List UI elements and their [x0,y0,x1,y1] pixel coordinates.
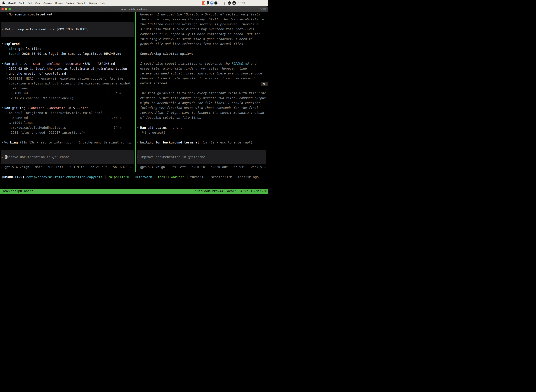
terminal-line: might be acceptable alongside the file l… [140,100,260,105]
pane-border-bottom-left [0,172,136,172]
terminal-line: • [1,42,3,46]
terminal-line: › [1,27,3,32]
prompt-input-left: Improve documentation in @filename [5,154,69,159]
menu-item-session[interactable]: Session [42,2,54,5]
terminal-line: Ralph loop active continue [OMX_TMUX_INJ… [5,27,89,32]
section-icon[interactable]: § [223,1,226,5]
pane-divider[interactable] [135,12,136,172]
pane-border-bottom-right [136,172,268,172]
terminal-line: … +2 lines [9,86,28,91]
terminal-line: slight risk that future readers may over… [140,27,254,32]
terminal-line: provide file and line references from th… [140,42,245,46]
menu-item-iterm2[interactable]: iTerm2 [6,2,17,5]
terminal-line: • [1,140,3,145]
tmux-session-label: [omx-cczip0:bash* [1,189,34,193]
menu-items: iTerm2ShellEditViewSessionScriptsProfile… [6,2,107,5]
terminal-line: I could cite commit statistics or refere… [140,61,256,66]
terminal-line: └ [6,76,8,81]
shield-icon[interactable] [206,1,210,5]
terminal-line: 067f154 (HEAD -> essay/ai-reimplementati… [9,76,123,81]
terminal-line: Search 2026-03-09-is-legal-the-same-as-l… [9,51,121,56]
terminal-line: Ran git status --short [140,125,182,130]
terminal-line: (no output) [144,130,165,135]
menu-item-window[interactable]: Window [87,2,99,5]
menu-item-help[interactable]: Help [99,2,107,5]
menu-item-profiles[interactable]: Profiles [64,2,76,5]
terminal-line: review. Also, I might want to inspect th… [140,110,264,115]
terminal-line: companion file, especially if more comme… [140,32,260,37]
screen-tooltip-label: Scre [263,83,268,85]
input-source-icon[interactable]: A [232,1,236,5]
terminal-line: [OMX#0.11.9] cczip/essay/ai-reimplementa… [1,175,259,179]
terminal-line: Working (11m 13s • esc to interrupt) · 1… [5,140,132,145]
menu-item-view[interactable]: View [34,2,42,5]
pie-chart-icon[interactable] [214,1,218,5]
terminal-line: 2 files changed, 92 insertions(+) [9,96,73,101]
terminal-line: • [1,106,3,111]
tmux-status-bar: [omx-cczip0:bash* "MacBook-Pro-44.local"… [0,189,268,194]
terminal-line: However, I noticed the "Directory Struct… [140,12,260,17]
prompt-input-right: Improve documentation in @filename [140,154,205,159]
terminal-line: Waiting for background terminal (1m 41s … [140,140,253,145]
terminal-line: including verification notes with those … [140,105,258,110]
prompt-input-right: › [137,154,139,159]
terminal-line: the source tree, missing the essay. Stil… [140,17,264,22]
session-status-right: gpt-5.4 xhigh · 96% left · 520K in · 5.8… [140,165,266,169]
terminal-line: └ [6,46,8,51]
terminal-line: └ [142,130,144,135]
terminal-line: Ran git show --stat --oneline --decorate… [5,61,115,66]
terminal-line: evidence. Since this change only affects… [140,96,266,100]
screen: { "menubar": { "items": ["iTerm2", "Shel… [0,0,268,196]
terminal-line: and-the-erosion-of-copyleft.md [9,71,66,76]
menu-item-shell[interactable]: Shell [17,2,26,5]
terminal-line: changes, I can't cite specific file line… [140,76,254,81]
terminal-line: 1903 files changed, 513517 insertions(+) [9,130,87,135]
battery-percent-icon[interactable]: ..61 [228,1,231,5]
terminal-line: README.md | 4 + [9,91,121,96]
terminal-line: Ran git log --oneline --decorate -n 5 --… [5,106,88,111]
terminal-content: └No agents completed yet›Ralph loop acti… [0,0,268,196]
terminal-line: • [137,140,139,145]
terminal-line: output instead. [140,81,169,86]
prompt-input-left: › [1,154,3,159]
session-status-left: gpt-5.4 xhigh · main · 91% left · 2.31M … [5,165,132,169]
apple-menu-icon[interactable] [2,2,5,5]
battery-icon[interactable] [237,1,240,5]
terminal-line: README.md | 280 + [9,115,121,120]
terminal-line: companion analysis without altering the … [9,81,131,86]
screen-tooltip: Scre [261,82,268,86]
terminal-line: 2026-03-09-is-legal-the-same-as-legitima… [9,66,129,71]
terminal-line: the "Related research writing" section i… [140,22,258,27]
tmux-host-clock: "MacBook-Pro-44.local" 04:52 31-Mar-26 [195,189,267,193]
terminal-line: of focusing solely on file lines. [140,115,203,120]
terminal-line: 4b9d30f (origin/main, instructkr/main, m… [9,111,102,115]
terminal-line: essay file, along with finding root file… [140,66,247,71]
terminal-line: │ [6,71,8,76]
dots-grid-icon[interactable] [218,1,222,5]
terminal-line: └ [6,111,8,115]
terminal-line: references need actual files, and since … [140,71,262,76]
terminal-line: List git ls-files [9,46,41,51]
terminal-line: this single essay, it seems like a good … [140,37,253,42]
menu-item-scripts[interactable]: Scripts [54,2,64,5]
terminal-line: • [1,61,3,66]
terminal-line: … +1901 lines [9,120,34,125]
menu-item-edit[interactable]: Edit [26,2,33,5]
thinking-heading: Considering citation options [140,51,193,56]
menu-item-toolbelt[interactable]: Toolbelt [76,2,87,5]
terminal-line: Explored [5,42,20,46]
wifi-icon[interactable] [242,1,245,5]
terminal-line: The team guideline is to back every impo… [140,91,266,96]
hexagon-bolt-icon[interactable] [210,1,214,5]
macos-menu-bar: iTerm2ShellEditViewSessionScriptsProfile… [0,0,268,6]
terminal-line: │ [6,66,8,71]
terminal-line: └ [6,12,8,17]
chat-app-icon[interactable] [202,1,205,5]
terminal-line: src/voice/voiceModeEnabled.ts | 54 + [9,125,121,130]
terminal-line: No agents completed yet [9,12,53,17]
terminal-line: • [137,125,139,130]
